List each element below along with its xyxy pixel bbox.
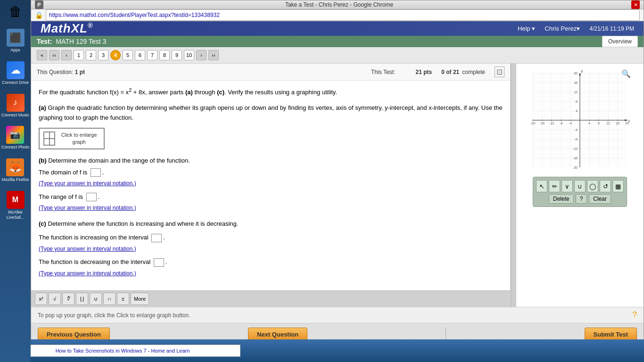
address-lock-icon: 🔒 bbox=[35, 11, 43, 19]
svg-text:-4: -4 bbox=[575, 128, 578, 132]
test-label: Test: bbox=[37, 38, 52, 45]
part-c-text: (c) Determine where the function is incr… bbox=[39, 219, 503, 229]
address-input[interactable] bbox=[46, 9, 640, 21]
connect-photo-icon[interactable]: 📷 Connect Photo bbox=[1, 126, 30, 150]
help-button[interactable]: Help ▾ bbox=[518, 25, 535, 32]
nav-num-9[interactable]: 9 bbox=[172, 50, 182, 60]
apps-icon[interactable]: ⬛ Apps bbox=[7, 29, 25, 53]
svg-text:-16: -16 bbox=[573, 156, 578, 160]
nav-first-button[interactable]: « bbox=[37, 50, 47, 60]
svg-text:4: 4 bbox=[576, 109, 578, 113]
svg-text:-16: -16 bbox=[540, 122, 545, 125]
math-intersect-btn[interactable]: ∩ bbox=[103, 293, 116, 305]
browser-title: Take a Test - Chris Perez - Google Chrom… bbox=[47, 1, 631, 8]
expand-icon[interactable]: ⊡ bbox=[495, 66, 504, 77]
complete-of: 0 of 21 bbox=[441, 69, 459, 75]
domain-interval-note[interactable]: (Type your answer in interval notation.) bbox=[39, 179, 503, 188]
nav-num-5[interactable]: 5 bbox=[123, 50, 133, 60]
question-nav: « ‹‹ ‹ 1 2 3 4 5 6 7 8 9 10 › ›› bbox=[31, 47, 644, 64]
question-left: This Question: 1 pt This Test: 21 pts 0 … bbox=[31, 64, 511, 307]
graph-zoom-icon[interactable]: 🔍 bbox=[621, 69, 631, 78]
nav-next-button[interactable]: › bbox=[196, 50, 206, 60]
part-c-section: (c) Determine where the function is incr… bbox=[39, 219, 503, 278]
math-sqrt-btn[interactable]: √ bbox=[49, 293, 61, 305]
math-more-button[interactable]: More bbox=[131, 293, 149, 305]
nav-prev-skip-button[interactable]: ‹‹ bbox=[49, 50, 59, 60]
math-union-btn[interactable]: ∪ bbox=[90, 293, 102, 305]
range-line: The range of f is . bbox=[39, 192, 503, 202]
bottom-help-icon[interactable]: ? bbox=[632, 310, 637, 320]
header-date: 4/21/16 11:19 PM bbox=[589, 25, 634, 32]
nav-num-4[interactable]: 4 bbox=[110, 50, 121, 60]
svg-text:-12: -12 bbox=[549, 122, 554, 125]
increasing-answer-box[interactable] bbox=[151, 234, 162, 242]
svg-text:20: 20 bbox=[625, 122, 629, 125]
graph-table-tool[interactable]: ▦ bbox=[612, 180, 624, 192]
overview-button[interactable]: Overview bbox=[602, 36, 638, 47]
nav-num-7[interactable]: 7 bbox=[147, 50, 157, 60]
browser-close-button[interactable]: ✕ bbox=[631, 0, 640, 9]
user-menu[interactable]: Chris Perez▾ bbox=[545, 25, 580, 32]
question-content: For the quadratic function f(x) = x2 + 8… bbox=[31, 81, 510, 290]
decreasing-answer-box[interactable] bbox=[154, 258, 164, 267]
enlarge-grid-icon bbox=[43, 132, 55, 146]
firefox-label: Mozilla Firefox bbox=[1, 177, 29, 182]
svg-text:16: 16 bbox=[616, 122, 619, 125]
firefox-icon[interactable]: 🦊 Mozilla Firefox bbox=[1, 158, 29, 182]
browser-window: P Take a Test - Chris Perez - Google Chr… bbox=[31, 0, 644, 339]
increasing-interval-note[interactable]: (Type your answer in interval notation.) bbox=[39, 245, 503, 254]
enlarge-graph-button[interactable]: Click to enlarge graph bbox=[39, 128, 105, 149]
domain-line: The domain of f is . bbox=[39, 168, 503, 178]
connect-music-icon[interactable]: ♪ Connect Music bbox=[1, 94, 30, 118]
svg-text:4: 4 bbox=[588, 122, 590, 125]
graph-u-tool[interactable]: ∪ bbox=[574, 180, 586, 192]
domain-answer-box[interactable] bbox=[91, 168, 101, 177]
question-intro: For the quadratic function f(x) = x2 + 8… bbox=[39, 89, 337, 96]
graph-action-row: Delete ? Clear bbox=[536, 194, 624, 204]
recycle-bin-icon[interactable]: 🗑 bbox=[7, 2, 25, 20]
test-banner: Test: MATH 129 Test 3 Overview bbox=[31, 36, 644, 47]
svg-text:20: 20 bbox=[574, 72, 578, 75]
nav-num-1[interactable]: 1 bbox=[74, 50, 84, 60]
this-question-label: This Question: bbox=[37, 69, 73, 75]
range-interval-note[interactable]: (Type your answer in interval notation.) bbox=[39, 204, 503, 213]
svg-text:-4: -4 bbox=[569, 122, 572, 125]
nav-num-8[interactable]: 8 bbox=[159, 50, 170, 60]
connect-drive-label: Connect Drive bbox=[2, 80, 29, 85]
graph-rotate-tool[interactable]: ↺ bbox=[600, 180, 611, 192]
math-4throot-btn[interactable]: ∜ bbox=[62, 293, 74, 305]
svg-text:y: y bbox=[581, 69, 583, 73]
nav-prev-button[interactable]: ‹ bbox=[61, 50, 72, 60]
this-question-pts: 1 pt bbox=[75, 69, 85, 75]
graph-v-tool[interactable]: ∨ bbox=[561, 180, 573, 192]
nav-next-skip-button[interactable]: ›› bbox=[208, 50, 219, 60]
math-square-btn[interactable]: x² bbox=[35, 293, 47, 305]
this-test-label: This Test: bbox=[371, 69, 395, 75]
graph-circle-tool[interactable]: ◯ bbox=[587, 180, 598, 192]
taskbar-screenshot-link[interactable]: How to Take Screenshots in Windows 7 - H… bbox=[5, 345, 240, 357]
svg-text:12: 12 bbox=[606, 122, 610, 125]
complete-info: 0 of 21 complete bbox=[441, 69, 485, 75]
graph-question-button[interactable]: ? bbox=[576, 194, 587, 204]
mcafee-icon[interactable]: M McAfee LiveSaf... bbox=[0, 191, 31, 220]
nav-num-2[interactable]: 2 bbox=[86, 50, 96, 60]
range-answer-box[interactable] bbox=[86, 193, 97, 201]
question-meta-right: This Test: 21 pts 0 of 21 complete ⊡ bbox=[371, 66, 504, 77]
math-pm-btn[interactable]: ± bbox=[117, 293, 129, 305]
graph-clear-button[interactable]: Clear bbox=[589, 194, 611, 204]
part-a-text: (a) Graph the quadratic function by dete… bbox=[39, 103, 503, 123]
graph-draw-tool[interactable]: ✏ bbox=[549, 180, 560, 192]
mathxl-logo: MathXL® bbox=[41, 21, 93, 36]
graph-delete-button[interactable]: Delete bbox=[549, 194, 574, 204]
math-toolbar: x² √ ∜ ⌊⌋ ∪ ∩ ± More bbox=[31, 290, 510, 307]
graph-select-tool[interactable]: ↖ bbox=[536, 180, 547, 192]
svg-text:-20: -20 bbox=[530, 122, 535, 125]
part-b-section: (b) Determine the domain and the range o… bbox=[39, 156, 503, 213]
nav-num-10[interactable]: 10 bbox=[184, 50, 194, 60]
question-scrollbar[interactable] bbox=[511, 64, 516, 307]
connect-drive-icon[interactable]: ☁ Connect Drive bbox=[2, 61, 29, 85]
math-floor-btn[interactable]: ⌊⌋ bbox=[76, 293, 88, 305]
nav-num-6[interactable]: 6 bbox=[135, 50, 145, 60]
svg-text:8: 8 bbox=[598, 122, 600, 125]
nav-num-3[interactable]: 3 bbox=[98, 50, 108, 60]
